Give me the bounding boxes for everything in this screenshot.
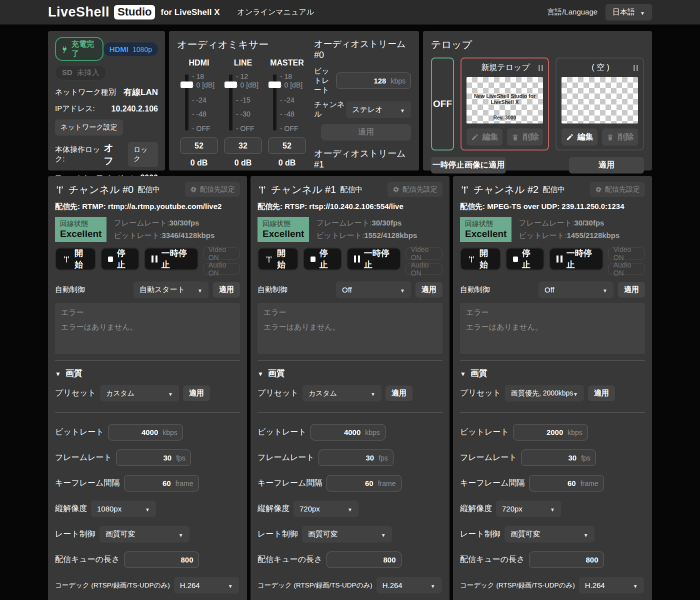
preset-apply-button[interactable]: 適用 xyxy=(183,386,210,401)
quality-section-header[interactable]: 画質 xyxy=(55,368,240,379)
destination-settings-button[interactable]: 配信先設定 xyxy=(388,182,442,197)
video-on-badge[interactable]: Video ON xyxy=(406,248,442,260)
preset-select[interactable]: カスタム xyxy=(302,385,382,402)
keyframe-interval-input[interactable] xyxy=(332,479,374,488)
auto-control-select[interactable]: Off xyxy=(336,282,411,298)
start-button[interactable]: 開始 xyxy=(460,248,501,270)
slider-handle[interactable] xyxy=(268,82,281,88)
audio-on-badge[interactable]: Audio ON xyxy=(203,263,240,275)
pause-button[interactable]: 一時停止 xyxy=(144,248,198,270)
audio-stream-0-bitrate-input[interactable] xyxy=(342,76,386,85)
slider-handle[interactable] xyxy=(224,82,237,88)
video-framerate-input[interactable] xyxy=(324,454,374,462)
telop-apply-button[interactable]: 適用 xyxy=(569,157,644,174)
apply-to-pause-image-button[interactable]: 一時停止画像に適用 xyxy=(431,157,506,174)
hdmi-volume-value-input[interactable] xyxy=(180,142,218,150)
auto-control-apply-button[interactable]: 適用 xyxy=(416,282,442,298)
framerate-value: 30/30fps xyxy=(574,218,604,227)
language-select[interactable]: 日本語 xyxy=(606,4,652,20)
line-volume-slider[interactable]: 12 0 [dB] -15 -30 OFF xyxy=(221,74,265,132)
audio-stream-0-title: オーディオストリーム #0 xyxy=(314,38,411,60)
codec-select[interactable]: H.264 xyxy=(174,577,239,594)
audio-on-badge[interactable]: Audio ON xyxy=(406,263,442,275)
sd-label: SD xyxy=(62,68,72,78)
audio-stream-0-apply-button[interactable]: 適用 xyxy=(321,124,411,140)
codec-select[interactable]: H.264 xyxy=(579,577,644,594)
telop-delete-button[interactable]: 削除 xyxy=(507,128,543,146)
telop-slot-1[interactable]: ( 空 ) 編集 xyxy=(556,58,644,150)
telop-title: テロップ xyxy=(431,38,644,52)
auto-control-select[interactable]: 自動スタート xyxy=(134,282,208,298)
video-bitrate-label: ビットレート xyxy=(55,427,104,438)
vertical-resolution-select[interactable]: 1080px xyxy=(91,500,156,517)
pause-button[interactable]: 一時停止 xyxy=(346,248,401,270)
channel-panel: チャンネル #0 配信中 配信先設定 配信先: RTMP: rtmp://a.r… xyxy=(48,176,247,600)
video-bitrate-input[interactable] xyxy=(114,428,158,436)
telop-edit-button[interactable]: 編集 xyxy=(562,128,598,146)
audio-stream-0-channel-select[interactable]: ステレオ xyxy=(346,102,411,118)
preset-select[interactable]: 画質優先, 2000kbps xyxy=(505,385,584,402)
video-bitrate-input[interactable] xyxy=(518,428,563,436)
pause-icon xyxy=(538,65,543,71)
stop-button[interactable]: 停止 xyxy=(100,248,140,270)
master-volume-slider[interactable]: 18 0 [dB] -24 -48 OFF xyxy=(265,74,309,132)
device-lock-label: 本体操作ロック: xyxy=(55,145,104,164)
lock-button[interactable]: ロック xyxy=(128,142,158,167)
video-on-badge[interactable]: Video ON xyxy=(203,248,240,260)
bitrate-unit: kbps xyxy=(162,428,178,436)
audio-on-badge[interactable]: Audio ON xyxy=(608,263,645,275)
video-framerate-box: fps xyxy=(318,450,394,466)
rate-control-select[interactable]: 画質可変 xyxy=(504,526,594,542)
rate-control-select[interactable]: 画質可変 xyxy=(100,526,190,542)
stop-button[interactable]: 停止 xyxy=(506,248,544,270)
device-lock-value: オフ xyxy=(104,142,121,168)
preset-apply-button[interactable]: 適用 xyxy=(386,386,412,401)
queue-length-input[interactable] xyxy=(130,556,194,564)
start-button[interactable]: 開始 xyxy=(258,248,298,270)
start-button[interactable]: 開始 xyxy=(55,248,96,270)
codec-select[interactable]: H.264 xyxy=(376,577,442,594)
preset-select[interactable]: カスタム xyxy=(100,385,179,402)
vertical-resolution-select[interactable]: 720px xyxy=(294,500,358,517)
pause-button[interactable]: 一時停止 xyxy=(549,248,604,270)
tick-label: 18 xyxy=(280,72,292,80)
keyframe-interval-input[interactable] xyxy=(534,479,576,488)
telop-off-toggle[interactable]: OFF xyxy=(431,58,454,150)
hdmi-volume-slider[interactable]: 18 0 [dB] -24 -48 OFF xyxy=(177,74,221,132)
vertical-resolution-select[interactable]: 720px xyxy=(496,500,561,517)
master-volume-value-input[interactable] xyxy=(268,142,306,150)
keyframe-interval-input[interactable] xyxy=(130,479,171,488)
destination-settings-button[interactable]: 配信先設定 xyxy=(185,182,240,197)
queue-length-input[interactable] xyxy=(534,556,598,564)
quality-section-header[interactable]: 画質 xyxy=(258,368,442,379)
telop-slot-0[interactable]: 新規テロップ New LiveShell Studio for LiveShel… xyxy=(460,58,549,150)
chevron-down-icon xyxy=(573,390,578,398)
selected-value: 画質可変 xyxy=(106,530,178,539)
slider-handle[interactable] xyxy=(180,82,193,88)
pause-icon xyxy=(556,256,562,262)
preset-apply-button[interactable]: 適用 xyxy=(588,386,615,401)
video-bitrate-input[interactable] xyxy=(316,428,360,436)
auto-control-select[interactable]: Off xyxy=(538,282,614,298)
gear-icon xyxy=(190,186,197,193)
telop-edit-button[interactable]: 編集 xyxy=(466,128,502,146)
video-framerate-input[interactable] xyxy=(526,454,576,462)
telop-delete-button[interactable]: 削除 xyxy=(602,128,638,146)
auto-control-apply-button[interactable]: 適用 xyxy=(213,282,240,298)
queue-length-input[interactable] xyxy=(332,556,396,564)
rate-control-select[interactable]: 画質可変 xyxy=(302,526,392,542)
divider xyxy=(460,412,645,413)
online-manual-link[interactable]: オンラインマニュアル xyxy=(238,8,314,17)
line-volume-value-input[interactable] xyxy=(224,142,262,150)
divider xyxy=(55,412,240,413)
chevron-down-icon xyxy=(550,504,555,513)
quality-section-header[interactable]: 画質 xyxy=(460,368,645,379)
video-on-badge[interactable]: Video ON xyxy=(608,248,645,260)
video-framerate-input[interactable] xyxy=(122,454,172,462)
auto-control-apply-button[interactable]: 適用 xyxy=(618,282,645,298)
network-settings-button[interactable]: ネットワーク設定 xyxy=(55,120,123,136)
divider xyxy=(460,360,645,361)
destination-settings-label: 配信先設定 xyxy=(605,185,640,194)
destination-settings-button[interactable]: 配信先設定 xyxy=(590,182,645,197)
stop-button[interactable]: 停止 xyxy=(303,248,342,270)
